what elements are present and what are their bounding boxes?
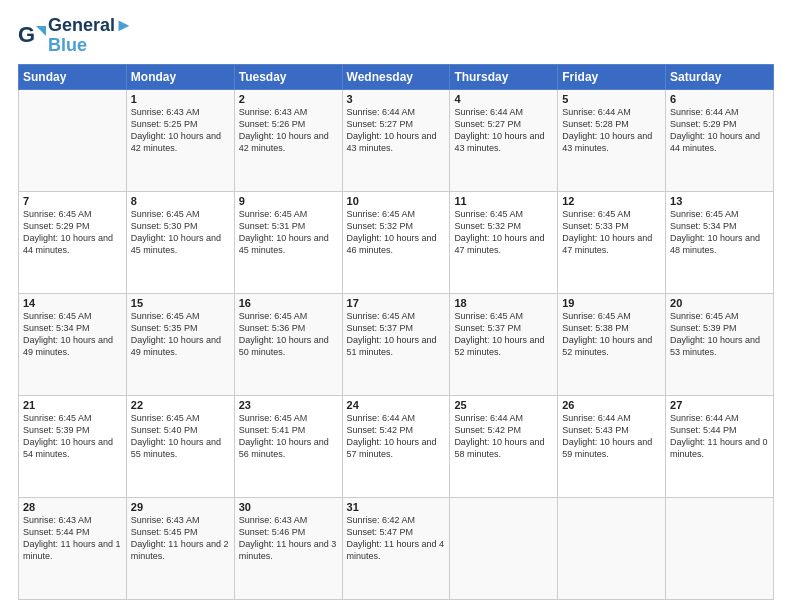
day-number: 21 <box>23 399 122 411</box>
day-number: 11 <box>454 195 553 207</box>
day-number: 8 <box>131 195 230 207</box>
calendar-cell: 30Sunrise: 6:43 AMSunset: 5:46 PMDayligh… <box>234 497 342 599</box>
calendar-cell: 1Sunrise: 6:43 AMSunset: 5:25 PMDaylight… <box>126 89 234 191</box>
cell-content: Sunrise: 6:45 AMSunset: 5:30 PMDaylight:… <box>131 208 230 257</box>
cell-content: Sunrise: 6:45 AMSunset: 5:33 PMDaylight:… <box>562 208 661 257</box>
day-number: 16 <box>239 297 338 309</box>
day-number: 31 <box>347 501 446 513</box>
col-header-saturday: Saturday <box>666 64 774 89</box>
day-number: 17 <box>347 297 446 309</box>
day-number: 25 <box>454 399 553 411</box>
day-number: 24 <box>347 399 446 411</box>
cell-content: Sunrise: 6:44 AMSunset: 5:44 PMDaylight:… <box>670 412 769 461</box>
calendar-week-1: 7Sunrise: 6:45 AMSunset: 5:29 PMDaylight… <box>19 191 774 293</box>
cell-content: Sunrise: 6:43 AMSunset: 5:46 PMDaylight:… <box>239 514 338 563</box>
cell-content: Sunrise: 6:43 AMSunset: 5:45 PMDaylight:… <box>131 514 230 563</box>
cell-content: Sunrise: 6:44 AMSunset: 5:43 PMDaylight:… <box>562 412 661 461</box>
calendar-cell: 6Sunrise: 6:44 AMSunset: 5:29 PMDaylight… <box>666 89 774 191</box>
calendar-cell: 5Sunrise: 6:44 AMSunset: 5:28 PMDaylight… <box>558 89 666 191</box>
calendar-cell: 31Sunrise: 6:42 AMSunset: 5:47 PMDayligh… <box>342 497 450 599</box>
cell-content: Sunrise: 6:45 AMSunset: 5:40 PMDaylight:… <box>131 412 230 461</box>
day-number: 20 <box>670 297 769 309</box>
calendar-cell <box>450 497 558 599</box>
calendar-cell: 21Sunrise: 6:45 AMSunset: 5:39 PMDayligh… <box>19 395 127 497</box>
day-number: 2 <box>239 93 338 105</box>
day-number: 14 <box>23 297 122 309</box>
calendar-cell: 14Sunrise: 6:45 AMSunset: 5:34 PMDayligh… <box>19 293 127 395</box>
day-number: 26 <box>562 399 661 411</box>
cell-content: Sunrise: 6:43 AMSunset: 5:25 PMDaylight:… <box>131 106 230 155</box>
calendar-week-0: 1Sunrise: 6:43 AMSunset: 5:25 PMDaylight… <box>19 89 774 191</box>
day-number: 29 <box>131 501 230 513</box>
cell-content: Sunrise: 6:45 AMSunset: 5:32 PMDaylight:… <box>454 208 553 257</box>
calendar-cell: 24Sunrise: 6:44 AMSunset: 5:42 PMDayligh… <box>342 395 450 497</box>
day-number: 13 <box>670 195 769 207</box>
day-number: 27 <box>670 399 769 411</box>
calendar-week-3: 21Sunrise: 6:45 AMSunset: 5:39 PMDayligh… <box>19 395 774 497</box>
calendar-cell: 19Sunrise: 6:45 AMSunset: 5:38 PMDayligh… <box>558 293 666 395</box>
calendar-cell: 4Sunrise: 6:44 AMSunset: 5:27 PMDaylight… <box>450 89 558 191</box>
calendar-cell: 17Sunrise: 6:45 AMSunset: 5:37 PMDayligh… <box>342 293 450 395</box>
day-number: 10 <box>347 195 446 207</box>
calendar-cell: 26Sunrise: 6:44 AMSunset: 5:43 PMDayligh… <box>558 395 666 497</box>
cell-content: Sunrise: 6:42 AMSunset: 5:47 PMDaylight:… <box>347 514 446 563</box>
day-number: 18 <box>454 297 553 309</box>
cell-content: Sunrise: 6:44 AMSunset: 5:28 PMDaylight:… <box>562 106 661 155</box>
cell-content: Sunrise: 6:45 AMSunset: 5:38 PMDaylight:… <box>562 310 661 359</box>
calendar-cell: 20Sunrise: 6:45 AMSunset: 5:39 PMDayligh… <box>666 293 774 395</box>
day-number: 3 <box>347 93 446 105</box>
logo: G General► Blue <box>18 16 133 56</box>
calendar-week-2: 14Sunrise: 6:45 AMSunset: 5:34 PMDayligh… <box>19 293 774 395</box>
calendar-cell: 13Sunrise: 6:45 AMSunset: 5:34 PMDayligh… <box>666 191 774 293</box>
col-header-tuesday: Tuesday <box>234 64 342 89</box>
cell-content: Sunrise: 6:45 AMSunset: 5:29 PMDaylight:… <box>23 208 122 257</box>
logo-icon: G <box>18 22 46 50</box>
cell-content: Sunrise: 6:43 AMSunset: 5:44 PMDaylight:… <box>23 514 122 563</box>
cell-content: Sunrise: 6:44 AMSunset: 5:42 PMDaylight:… <box>347 412 446 461</box>
calendar-cell: 27Sunrise: 6:44 AMSunset: 5:44 PMDayligh… <box>666 395 774 497</box>
calendar-cell: 16Sunrise: 6:45 AMSunset: 5:36 PMDayligh… <box>234 293 342 395</box>
day-number: 6 <box>670 93 769 105</box>
day-number: 30 <box>239 501 338 513</box>
calendar-cell: 15Sunrise: 6:45 AMSunset: 5:35 PMDayligh… <box>126 293 234 395</box>
day-number: 12 <box>562 195 661 207</box>
calendar-cell: 10Sunrise: 6:45 AMSunset: 5:32 PMDayligh… <box>342 191 450 293</box>
calendar-cell <box>558 497 666 599</box>
day-number: 28 <box>23 501 122 513</box>
cell-content: Sunrise: 6:45 AMSunset: 5:34 PMDaylight:… <box>670 208 769 257</box>
calendar: SundayMondayTuesdayWednesdayThursdayFrid… <box>18 64 774 600</box>
calendar-table: SundayMondayTuesdayWednesdayThursdayFrid… <box>18 64 774 600</box>
logo-text: General► Blue <box>48 16 133 56</box>
cell-content: Sunrise: 6:44 AMSunset: 5:27 PMDaylight:… <box>454 106 553 155</box>
cell-content: Sunrise: 6:44 AMSunset: 5:29 PMDaylight:… <box>670 106 769 155</box>
day-number: 9 <box>239 195 338 207</box>
calendar-cell <box>19 89 127 191</box>
cell-content: Sunrise: 6:45 AMSunset: 5:39 PMDaylight:… <box>23 412 122 461</box>
calendar-body: 1Sunrise: 6:43 AMSunset: 5:25 PMDaylight… <box>19 89 774 599</box>
calendar-cell: 23Sunrise: 6:45 AMSunset: 5:41 PMDayligh… <box>234 395 342 497</box>
calendar-cell: 2Sunrise: 6:43 AMSunset: 5:26 PMDaylight… <box>234 89 342 191</box>
calendar-cell: 22Sunrise: 6:45 AMSunset: 5:40 PMDayligh… <box>126 395 234 497</box>
cell-content: Sunrise: 6:45 AMSunset: 5:34 PMDaylight:… <box>23 310 122 359</box>
calendar-cell <box>666 497 774 599</box>
cell-content: Sunrise: 6:45 AMSunset: 5:37 PMDaylight:… <box>454 310 553 359</box>
col-header-wednesday: Wednesday <box>342 64 450 89</box>
calendar-cell: 25Sunrise: 6:44 AMSunset: 5:42 PMDayligh… <box>450 395 558 497</box>
day-number: 22 <box>131 399 230 411</box>
calendar-cell: 7Sunrise: 6:45 AMSunset: 5:29 PMDaylight… <box>19 191 127 293</box>
cell-content: Sunrise: 6:44 AMSunset: 5:27 PMDaylight:… <box>347 106 446 155</box>
day-number: 19 <box>562 297 661 309</box>
day-number: 1 <box>131 93 230 105</box>
header: G General► Blue <box>18 16 774 56</box>
cell-content: Sunrise: 6:45 AMSunset: 5:37 PMDaylight:… <box>347 310 446 359</box>
cell-content: Sunrise: 6:45 AMSunset: 5:41 PMDaylight:… <box>239 412 338 461</box>
day-number: 23 <box>239 399 338 411</box>
day-number: 4 <box>454 93 553 105</box>
day-number: 15 <box>131 297 230 309</box>
calendar-cell: 28Sunrise: 6:43 AMSunset: 5:44 PMDayligh… <box>19 497 127 599</box>
cell-content: Sunrise: 6:45 AMSunset: 5:36 PMDaylight:… <box>239 310 338 359</box>
calendar-page: G General► Blue SundayMondayTuesdayWedne… <box>0 0 792 612</box>
calendar-header-row: SundayMondayTuesdayWednesdayThursdayFrid… <box>19 64 774 89</box>
cell-content: Sunrise: 6:45 AMSunset: 5:39 PMDaylight:… <box>670 310 769 359</box>
col-header-thursday: Thursday <box>450 64 558 89</box>
